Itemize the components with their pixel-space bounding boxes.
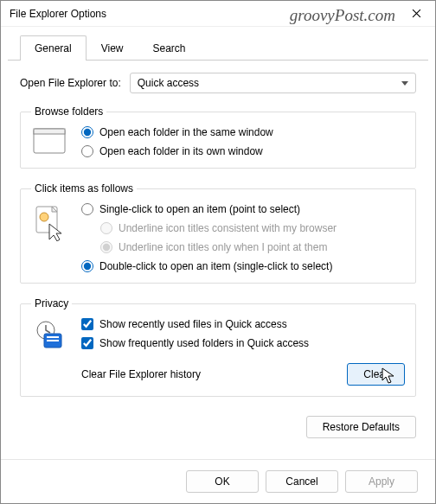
ok-button[interactable]: OK [186,470,259,493]
cancel-button[interactable]: Cancel [266,470,338,493]
close-button[interactable] [397,1,435,27]
window-title: File Explorer Options [10,8,106,20]
tab-view[interactable]: View [87,35,138,60]
privacy-group: Privacy Show recently used files in Quic… [20,297,416,397]
radio-double-click[interactable]: Double-click to open an item (single-cli… [81,260,405,272]
radio-underline-point-input [100,241,112,253]
click-items-legend: Click items as follows [31,182,137,195]
tab-search[interactable]: Search [138,35,201,60]
tab-content: Open File Explorer to: Quick access Brow… [1,61,435,397]
checkbox-recent-files[interactable]: Show recently used files in Quick access [81,318,405,330]
tab-bar: General View Search [8,27,428,61]
radio-own-window-input[interactable] [81,145,93,157]
radio-own-window-label: Open each folder in its own window [99,145,263,157]
open-explorer-label: Open File Explorer to: [20,77,121,89]
privacy-icon [31,318,67,351]
radio-own-window[interactable]: Open each folder in its own window [81,145,405,157]
radio-double-click-label: Double-click to open an item (single-cli… [99,260,332,272]
file-cursor-icon [34,205,65,241]
open-explorer-value: Quick access [138,77,199,89]
checkbox-freq-folders[interactable]: Show frequently used folders in Quick ac… [81,337,405,349]
dialog-window: File Explorer Options groovyPost.com Gen… [0,0,436,504]
radio-underline-point: Underline icon titles only when I point … [100,241,405,253]
checkbox-recent-files-label: Show recently used files in Quick access [99,318,287,330]
privacy-legend: Privacy [31,297,72,309]
checkbox-freq-folders-label: Show frequently used folders in Quick ac… [99,337,309,349]
checkbox-recent-files-input[interactable] [81,318,93,330]
clear-button[interactable]: Clear [347,363,405,386]
radio-underline-browser-label: Underline icon titles consistent with my… [119,222,337,234]
browse-folders-group: Browse folders Open each folder in the s… [20,105,416,169]
open-explorer-dropdown[interactable]: Quick access [130,73,416,93]
svg-rect-6 [47,336,59,338]
radio-underline-browser: Underline icon titles consistent with my… [100,222,405,234]
tab-general[interactable]: General [20,35,87,61]
svg-rect-7 [47,340,59,341]
close-icon [412,9,421,18]
history-icon [34,320,65,351]
clear-history-label: Clear File Explorer history [81,368,201,380]
titlebar: File Explorer Options [1,1,435,27]
browse-folders-icon [31,126,67,154]
window-icon [33,128,66,154]
radio-single-click-input[interactable] [81,203,93,215]
browse-folders-legend: Browse folders [31,105,106,118]
radio-double-click-input[interactable] [81,260,93,272]
click-items-group: Click items as follows Single-click to o… [20,182,416,284]
radio-same-window-input[interactable] [81,126,93,138]
clear-history-row: Clear File Explorer history Clear [81,363,405,386]
svg-point-3 [40,213,48,221]
checkbox-freq-folders-input[interactable] [81,337,93,349]
radio-single-click[interactable]: Single-click to open an item (point to s… [81,203,405,215]
svg-rect-1 [34,129,65,134]
radio-underline-point-label: Underline icon titles only when I point … [119,241,327,253]
click-items-icon [31,203,67,241]
radio-single-click-label: Single-click to open an item (point to s… [99,203,300,215]
radio-same-window-label: Open each folder in the same window [99,126,273,138]
restore-defaults-button[interactable]: Restore Defaults [306,416,416,438]
radio-same-window[interactable]: Open each folder in the same window [81,126,405,138]
dialog-footer: OK Cancel Apply [1,459,435,503]
radio-underline-browser-input [100,222,112,234]
open-explorer-row: Open File Explorer to: Quick access [20,73,416,93]
apply-button: Apply [345,470,418,493]
restore-row: Restore Defaults [1,411,435,438]
